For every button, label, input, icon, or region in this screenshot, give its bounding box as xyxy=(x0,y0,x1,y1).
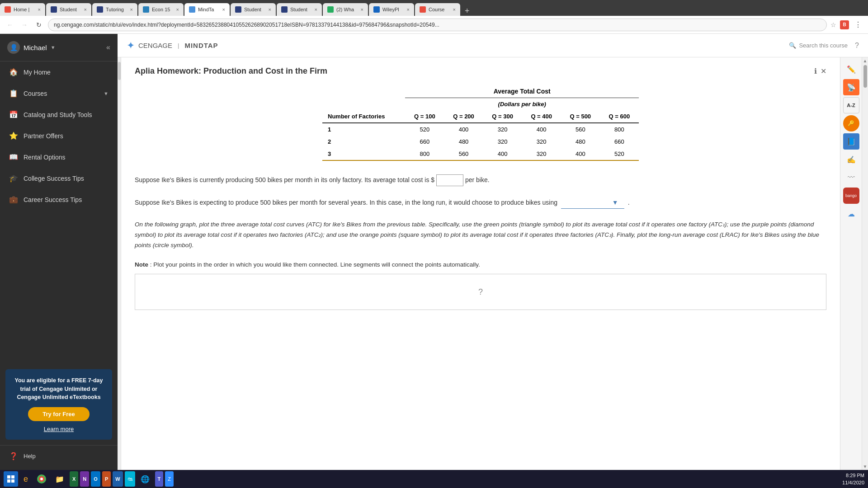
sidebar-item-home[interactable]: 🏠 My Home xyxy=(0,61,118,83)
hw-title: Aplia Homework: Production and Cost in t… xyxy=(135,66,327,76)
graph-help-icon[interactable]: ? xyxy=(478,287,483,297)
rental-icon: 📖 xyxy=(9,153,18,161)
logo-separator: | xyxy=(178,42,179,49)
browser-tab-t2[interactable]: Student× xyxy=(46,3,91,16)
notes-tool-button[interactable]: ✍ xyxy=(843,151,859,168)
close-button[interactable]: ✕ xyxy=(821,67,826,75)
sidebar-item-career[interactable]: 💼 Career Success Tips xyxy=(0,189,118,210)
taskbar-outlook[interactable]: O xyxy=(91,471,100,487)
taskbar-teams[interactable]: T xyxy=(155,471,164,487)
browser-menu-button[interactable]: ⋮ xyxy=(853,20,863,29)
browser-tab-t9[interactable]: WileyPl× xyxy=(369,3,414,16)
app-body: 👤 Michael ▼ « 🏠 My Home 📋 Courses ▼ 📅 Ca… xyxy=(0,34,868,488)
tab-close-t8[interactable]: × xyxy=(361,7,363,12)
back-button[interactable]: ← xyxy=(5,19,15,30)
start-button[interactable] xyxy=(4,471,18,487)
try-free-button[interactable]: Try for Free xyxy=(28,407,90,421)
q2-text-after: . xyxy=(628,199,630,206)
browser-tab-bar: Home |×Student×Tutoring×Econ 15×MindTa×S… xyxy=(0,0,868,16)
tab-close-t6[interactable]: × xyxy=(269,7,271,12)
sidebar-collapse-button[interactable]: « xyxy=(106,43,110,52)
rss-tool-button[interactable]: 📡 xyxy=(843,79,859,95)
right-scrollbar[interactable]: ▲ ▼ xyxy=(862,57,868,470)
learn-more-link[interactable]: Learn more xyxy=(13,426,105,432)
key-tool-button[interactable]: 🔑 xyxy=(843,115,859,131)
browser-tab-t8[interactable]: (2) Wha× xyxy=(323,3,368,16)
question-1-block: Suppose Ike's Bikes is currently produci… xyxy=(135,174,826,186)
wave-tool-button[interactable]: 〰 xyxy=(843,169,859,186)
address-input[interactable] xyxy=(48,19,827,31)
sidebar-item-partner[interactable]: ⭐ Partner Offers xyxy=(0,125,118,146)
taskbar-excel[interactable]: X xyxy=(70,471,78,487)
bookmark-icon[interactable]: ☆ xyxy=(830,21,836,28)
bongo-tool-button[interactable]: bango xyxy=(843,188,859,204)
taskbar-onenote[interactable]: N xyxy=(80,471,89,487)
main-content: ✦ CENGAGE | MINDTAP 🔍 Search this course… xyxy=(118,34,868,488)
table-col-q400: Q = 400 xyxy=(522,110,561,123)
taskbar-store[interactable]: 🛍 xyxy=(125,471,135,487)
cost-table: Average Total Cost (Dollars per bike) Nu… xyxy=(322,85,639,161)
tab-close-t7[interactable]: × xyxy=(315,7,317,12)
add-tab-button[interactable]: + xyxy=(461,6,473,16)
tab-close-t2[interactable]: × xyxy=(84,7,87,12)
q1-answer-input[interactable] xyxy=(436,174,463,186)
table-col-q200: Q = 200 xyxy=(444,110,483,123)
pencil-tool-button[interactable]: ✏️ xyxy=(843,61,859,77)
forward-button[interactable]: → xyxy=(19,19,30,30)
info-button[interactable]: ℹ xyxy=(814,67,817,75)
sidebar-item-catalog[interactable]: 📅 Catalog and Study Tools xyxy=(0,104,118,125)
dictionary-tool-button[interactable]: A-Z xyxy=(843,97,859,113)
browser-tab-t5[interactable]: MindTa× xyxy=(184,3,230,16)
ext-icon-1[interactable]: B xyxy=(840,20,849,29)
sidebar-item-help[interactable]: ❓ Help xyxy=(0,446,118,467)
sidebar-item-courses[interactable]: 📋 Courses ▼ xyxy=(0,83,118,104)
search-placeholder: Search this course xyxy=(799,42,848,49)
taskbar-explorer[interactable]: 📁 xyxy=(52,471,68,487)
browser-tab-t6[interactable]: Student× xyxy=(231,3,276,16)
table-cell-1-2: 320 xyxy=(483,136,522,148)
sidebar-item-rental[interactable]: 📖 Rental Options xyxy=(0,146,118,168)
tab-favicon-t8 xyxy=(327,6,334,13)
table-cell-0-4: 560 xyxy=(561,123,600,136)
search-area[interactable]: 🔍 Search this course xyxy=(789,42,848,49)
sidebar-item-label-courses: Courses xyxy=(24,90,47,97)
tab-close-t5[interactable]: × xyxy=(222,7,225,12)
graph-placeholder: ? xyxy=(135,274,826,310)
scrollbar-down-arrow[interactable]: ▼ xyxy=(863,464,868,469)
taskbar-chrome[interactable] xyxy=(33,471,50,487)
user-menu[interactable]: 👤 Michael ▼ xyxy=(7,41,56,54)
browser-tab-t7[interactable]: Student× xyxy=(277,3,322,16)
tab-close-t4[interactable]: × xyxy=(176,7,179,12)
tab-label-t3: Tutoring xyxy=(106,7,127,12)
tab-close-t3[interactable]: × xyxy=(130,7,133,12)
tab-close-t1[interactable]: × xyxy=(38,7,41,12)
header-help-button[interactable]: ? xyxy=(855,42,859,50)
book-tool-button[interactable]: 📘 xyxy=(843,133,859,150)
cengage-text: CENGAGE xyxy=(138,42,172,49)
svg-rect-3 xyxy=(11,479,14,483)
tab-label-t7: Student xyxy=(290,7,312,12)
left-scrollbar[interactable] xyxy=(118,57,121,470)
tab-close-t10[interactable]: × xyxy=(453,7,456,12)
table-col-q500: Q = 500 xyxy=(561,110,600,123)
taskbar-zoom[interactable]: Z xyxy=(165,471,174,487)
taskbar-edge[interactable]: 🌐 xyxy=(137,471,153,487)
browser-tab-t10[interactable]: Course× xyxy=(415,3,460,16)
browser-tab-t1[interactable]: Home |× xyxy=(0,3,45,16)
scrollbar-thumb[interactable] xyxy=(863,65,867,88)
taskbar-ie[interactable]: e xyxy=(20,471,32,487)
browser-tab-t4[interactable]: Econ 15× xyxy=(138,3,184,16)
cloud-tool-button[interactable]: ☁ xyxy=(843,206,859,222)
taskbar-word[interactable]: W xyxy=(113,471,123,487)
tab-close-t9[interactable]: × xyxy=(407,7,410,12)
table-sub-header: (Dollars per bike) xyxy=(405,98,639,111)
svg-rect-0 xyxy=(7,475,10,479)
q2-dropdown[interactable]: ▼ xyxy=(561,197,624,209)
taskbar-ppt[interactable]: P xyxy=(102,471,111,487)
scrollbar-up-arrow[interactable]: ▲ xyxy=(863,58,868,63)
sidebar-item-college[interactable]: 🎓 College Success Tips xyxy=(0,168,118,189)
sidebar-item-label-catalog: Catalog and Study Tools xyxy=(24,111,92,118)
table-cell-0-5: 800 xyxy=(600,123,639,136)
browser-tab-t3[interactable]: Tutoring× xyxy=(92,3,137,16)
reload-button[interactable]: ↻ xyxy=(33,19,44,30)
